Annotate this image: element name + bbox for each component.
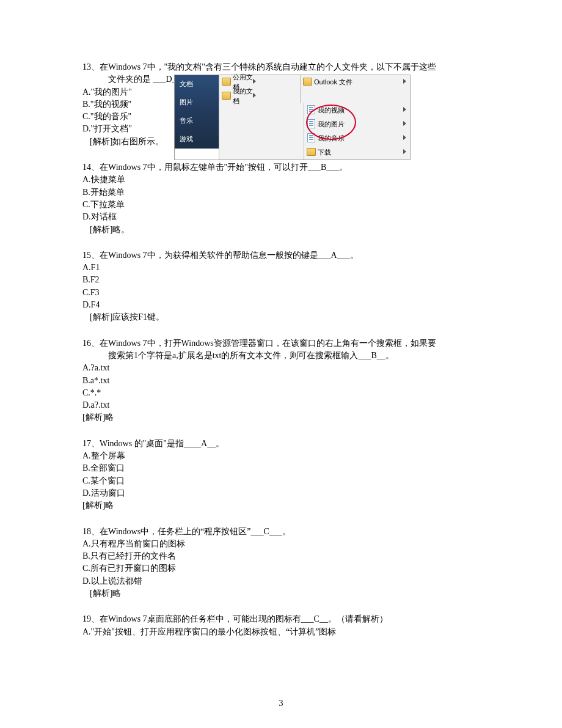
question-13: 13、在Windows 7中，"我的文档"含有三个特殊的系统自动建立的个人文件夹… xyxy=(82,61,483,148)
q15-option-d: D.F4 xyxy=(82,299,483,311)
question-15: 15、在Windows 7中，为获得相关软件的帮助信息一般按的键是___A___… xyxy=(82,249,483,324)
q17-option-d: D.活动窗口 xyxy=(82,487,483,499)
q16-option-c: C.*.* xyxy=(82,387,483,399)
q19-stem: 19、在Windows 7桌面底部的任务栏中，可能出现的图标有___C__。（请… xyxy=(82,613,483,625)
q15-analysis: [解析]应该按F1键。 xyxy=(82,311,483,323)
q18-option-d: D.以上说法都错 xyxy=(82,575,483,587)
menu-item-my-music[interactable]: 我的音乐 xyxy=(304,131,410,145)
q15-stem: 15、在Windows 7中，为获得相关软件的帮助信息一般按的键是___A___… xyxy=(82,249,483,262)
folder-icon xyxy=(307,148,316,156)
menu-item-my-docs[interactable]: 我的文档 xyxy=(219,89,260,103)
q13-stem-line1: 13、在Windows 7中，"我的文档"含有三个特殊的系统自动建立的个人文件夹… xyxy=(82,61,483,73)
q14-option-d: D.对话框 xyxy=(82,211,483,223)
menu-label: 我的图片 xyxy=(318,120,345,130)
menu-item-my-video[interactable]: 我的视频 xyxy=(304,103,410,117)
q16-stem-line1: 16、在Windows 7中，打开Windows资源管理器窗口，在该窗口的右上角… xyxy=(82,337,483,350)
q17-stem: 17、Windows 的"桌面"是指____A__。 xyxy=(82,438,483,450)
submenu-arrow-icon xyxy=(403,149,406,154)
q14-option-a: A.快捷菜单 xyxy=(82,174,483,186)
menu-label: Outlook 文件 xyxy=(314,78,352,87)
submenu-arrow-icon xyxy=(253,93,256,98)
question-19: 19、在Windows 7桌面底部的任务栏中，可能出现的图标有___C__。（请… xyxy=(82,613,483,638)
q13-screenshot: 文档 图片 音乐 游戏 公用文档 我的文档 xyxy=(174,75,411,160)
q16-option-b: B.a*.txt xyxy=(82,375,483,387)
menu-item-outlook[interactable]: Outlook 文件 xyxy=(301,75,410,89)
submenu-arrow-icon xyxy=(403,79,406,84)
q16-option-a: A.?a.txt xyxy=(82,362,483,374)
menu-label: 我的音乐 xyxy=(318,134,345,144)
q19-option-a: A."开始"按钮、打开应用程序窗口的最小化图标按钮、“计算机”图标 xyxy=(82,626,483,638)
q18-option-b: B.只有已经打开的文件名 xyxy=(82,550,483,562)
menu-item-my-pic[interactable]: 我的图片 xyxy=(304,117,410,131)
q14-stem: 14、在Windows 7中，用鼠标左键单击"开始"按钮，可以打开___B___… xyxy=(82,161,483,174)
q16-analysis: [解析]略 xyxy=(82,411,483,424)
question-16: 16、在Windows 7中，打开Windows资源管理器窗口，在该窗口的右上角… xyxy=(82,337,483,424)
question-18: 18、在Windows中，任务栏上的“程序按钮区”___C___。 A.只有程序… xyxy=(82,526,483,600)
folder-icon xyxy=(222,92,231,100)
q16-option-d: D.a?.txt xyxy=(82,399,483,411)
page-number: 3 xyxy=(0,697,562,710)
menu-item-download[interactable]: 下载 xyxy=(304,145,410,160)
q18-analysis: [解析]略 xyxy=(82,587,483,600)
menu-label: 下载 xyxy=(318,148,331,158)
start-left-pics[interactable]: 图片 xyxy=(175,94,219,112)
start-left-games[interactable]: 游戏 xyxy=(175,130,219,149)
submenu-arrow-icon xyxy=(253,79,256,84)
q14-option-c: C.下拉菜单 xyxy=(82,199,483,211)
q17-option-a: A.整个屏幕 xyxy=(82,450,483,462)
question-14: 14、在Windows 7中，用鼠标左键单击"开始"按钮，可以打开___B___… xyxy=(82,161,483,236)
file-icon xyxy=(307,105,315,114)
q18-stem: 18、在Windows中，任务栏上的“程序按钮区”___C___。 xyxy=(82,526,483,538)
q17-option-c: C.某个窗口 xyxy=(82,475,483,487)
folder-icon xyxy=(303,78,312,86)
q17-option-b: B.全部窗口 xyxy=(82,462,483,474)
start-menu-left-pane: 文档 图片 音乐 游戏 xyxy=(175,75,219,149)
q16-stem-line2: 搜索第1个字符是a,扩展名是txt的所有文本文件，则可在搜索框输入___B__。 xyxy=(82,350,483,362)
q15-option-a: A.F1 xyxy=(82,262,483,274)
q15-option-b: B.F2 xyxy=(82,274,483,286)
q14-analysis: [解析]略。 xyxy=(82,224,483,236)
menu-label: 我的视频 xyxy=(318,106,345,116)
q15-option-c: C.F3 xyxy=(82,287,483,299)
q18-option-c: C.所有已打开窗口的图标 xyxy=(82,562,483,575)
question-17: 17、Windows 的"桌面"是指____A__。 A.整个屏幕 B.全部窗口… xyxy=(82,438,483,512)
start-left-music[interactable]: 音乐 xyxy=(175,112,219,130)
submenu-arrow-icon xyxy=(403,135,406,140)
flyout-menu: 公用文档 我的文档 Outlook 文件 xyxy=(219,75,410,160)
q18-option-a: A.只有程序当前窗口的图标 xyxy=(82,538,483,550)
document-page: 13、在Windows 7中，"我的文档"含有三个特殊的系统自动建立的个人文件夹… xyxy=(0,0,562,728)
q17-analysis: [解析]略 xyxy=(82,499,483,512)
q14-option-b: B.开始菜单 xyxy=(82,186,483,199)
folder-icon xyxy=(222,78,231,86)
submenu-arrow-icon xyxy=(403,107,406,112)
file-icon xyxy=(307,133,315,142)
file-icon xyxy=(307,119,315,128)
start-left-docs[interactable]: 文档 xyxy=(175,75,219,94)
submenu-arrow-icon xyxy=(403,121,406,126)
